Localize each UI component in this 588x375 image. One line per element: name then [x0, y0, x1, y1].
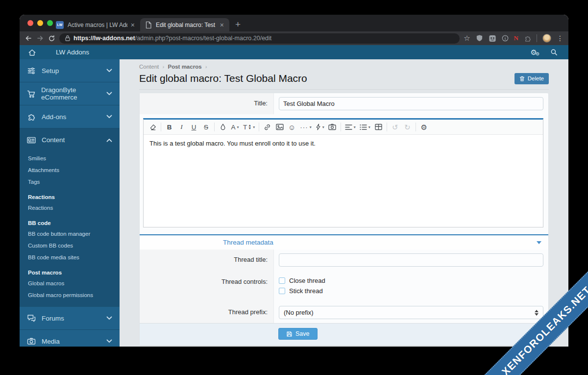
checkbox-label: Close thread — [289, 277, 325, 284]
extension-n-icon[interactable]: N — [514, 34, 518, 42]
sidebar-link-smilies[interactable]: Smilies — [20, 152, 120, 164]
remove-format-button[interactable] — [147, 121, 159, 133]
sidebar-item-add-ons[interactable]: Add-ons — [20, 105, 120, 128]
insert-table-button[interactable] — [372, 121, 385, 133]
forward-icon[interactable] — [36, 34, 44, 42]
chevron-down-icon — [106, 69, 112, 73]
new-tab-button[interactable]: + — [235, 20, 241, 29]
submenu-group-reactions: Reactions — [20, 188, 120, 202]
sidebar-item-label: Content — [42, 136, 65, 144]
breadcrumb-post-macros[interactable]: Post macros — [168, 64, 202, 70]
camera-icon — [328, 124, 336, 130]
sidebar-link-custom-bb-codes[interactable]: Custom BB codes — [20, 240, 120, 251]
strikethrough-button[interactable]: S — [200, 121, 212, 133]
save-button[interactable]: Save — [278, 328, 318, 340]
tab-active-macros[interactable]: LW Active macros | LW Addons × — [51, 18, 140, 31]
form-submit-row: Save — [140, 323, 548, 345]
emoji-button[interactable]: ☺ — [286, 121, 298, 133]
toolbar-separator — [341, 123, 341, 131]
font-size-button[interactable]: T▲▼▾ — [241, 121, 257, 133]
sidebar-item-content[interactable]: Content — [20, 128, 120, 151]
italic-button[interactable]: I — [175, 121, 188, 133]
sidebar-link-tags[interactable]: Tags — [20, 176, 120, 188]
close-thread-option[interactable]: Close thread — [279, 275, 543, 286]
page-favicon-icon — [145, 21, 152, 29]
close-tab-icon[interactable]: × — [129, 21, 136, 29]
editor-settings-button[interactable]: ⚙ — [418, 121, 430, 133]
text-color-button[interactable] — [217, 121, 229, 133]
insert-gif-button[interactable] — [326, 121, 339, 133]
sidebar-link-global-macro-permissions[interactable]: Global macro permissions — [20, 289, 120, 301]
rich-text-editor: B I U S A▾ T▲▼▾ — [143, 118, 543, 227]
tab-edit-global-macro[interactable]: Edit global macro: Test Global × — [140, 18, 229, 31]
sidebar-link-bb-code-button-manager[interactable]: BB code button manager — [20, 228, 120, 240]
bookmark-star-icon[interactable]: ☆ — [464, 34, 470, 43]
url-bar[interactable]: https://lw-addons.net/admin.php?post-mac… — [59, 33, 460, 44]
checkbox-unchecked-icon[interactable] — [279, 288, 285, 294]
sidebar-link-attachments[interactable]: Attachments — [20, 164, 120, 176]
ellipsis-icon: ··· — [300, 124, 308, 131]
chevron-down-icon — [106, 339, 112, 343]
sidebar-link-bb-code-media-sites[interactable]: BB code media sites — [20, 251, 120, 263]
thread-metadata-section-header[interactable]: Thread metadata — [140, 234, 548, 250]
home-icon[interactable] — [28, 49, 36, 56]
puzzle-icon — [27, 113, 36, 121]
font-family-button[interactable]: A▾ — [229, 121, 241, 133]
toolbar-separator — [416, 123, 416, 131]
align-button[interactable]: ▾ — [343, 121, 358, 133]
list-button[interactable]: ▾ — [358, 121, 372, 133]
more-options-button[interactable]: ···▾ — [298, 121, 314, 133]
back-icon[interactable] — [24, 34, 32, 42]
sidebar-item-dragonbyte-ecommerce[interactable]: DragonByte eCommerce — [20, 82, 120, 105]
search-icon[interactable] — [550, 49, 558, 56]
extension-shield-icon[interactable] — [476, 34, 483, 42]
thread-title-label: Thread title: — [140, 250, 274, 271]
breadcrumb-content[interactable]: Content — [139, 64, 159, 70]
macro-form: Title: B I — [139, 93, 549, 346]
bold-button[interactable]: B — [163, 121, 175, 133]
admin-settings-icon[interactable]: ⚙⚙ — [530, 48, 539, 57]
caret-down-icon: ▾ — [354, 125, 356, 129]
reload-icon[interactable] — [48, 35, 55, 42]
trash-icon — [519, 75, 525, 82]
editor-body[interactable]: This is a test global macro. You must en… — [144, 135, 543, 227]
thread-prefix-select[interactable]: (No prefix) — [279, 306, 543, 319]
insert-media-button[interactable]: ▾ — [314, 121, 326, 133]
close-window-button[interactable] — [27, 20, 33, 26]
minimize-window-button[interactable] — [37, 20, 43, 26]
toolbar-separator — [387, 123, 387, 131]
sidebar-link-reactions[interactable]: Reactions — [20, 202, 120, 214]
underline-button[interactable]: U — [188, 121, 200, 133]
site-title[interactable]: LW Addons — [56, 49, 89, 56]
sidebar-item-media[interactable]: Media — [20, 330, 120, 347]
media-camera-icon — [27, 337, 36, 345]
thread-title-input[interactable] — [279, 253, 543, 267]
caret-down-icon: ▾ — [322, 125, 324, 129]
redo-button: ↻ — [401, 121, 414, 133]
selected-option: (No prefix) — [284, 309, 535, 316]
extension-puzzle-icon[interactable] — [524, 35, 531, 42]
chevron-down-icon — [537, 241, 541, 244]
extension-info-icon[interactable] — [502, 35, 509, 42]
breadcrumb-separator: › — [162, 64, 164, 70]
breadcrumb-separator: › — [205, 64, 207, 70]
sidebar-link-global-macros[interactable]: Global macros — [20, 277, 120, 289]
sidebar-item-setup[interactable]: Setup — [20, 59, 120, 82]
url-text: https://lw-addons.net/admin.php?post-mac… — [74, 35, 271, 42]
delete-button[interactable]: Delete — [514, 73, 549, 84]
tab-title: Edit global macro: Test Global — [156, 22, 217, 28]
title-input[interactable] — [279, 97, 543, 110]
insert-image-button[interactable] — [273, 121, 286, 133]
toolbar-divider — [537, 34, 537, 42]
browser-menu-icon[interactable]: ⋮ — [557, 34, 564, 42]
close-tab-icon[interactable]: × — [219, 21, 225, 29]
section-title: Thread metadata — [223, 239, 273, 246]
tab-title: Active macros | LW Addons — [68, 22, 127, 28]
stick-thread-option[interactable]: Stick thread — [279, 286, 543, 296]
profile-avatar[interactable] — [542, 34, 551, 43]
sidebar-item-forums[interactable]: Forums — [20, 307, 120, 330]
checkbox-unchecked-icon[interactable] — [279, 277, 285, 284]
extension-mask-icon[interactable] — [489, 35, 496, 42]
insert-link-button[interactable] — [261, 121, 273, 133]
submenu-group-bb-code: BB code — [20, 214, 120, 228]
